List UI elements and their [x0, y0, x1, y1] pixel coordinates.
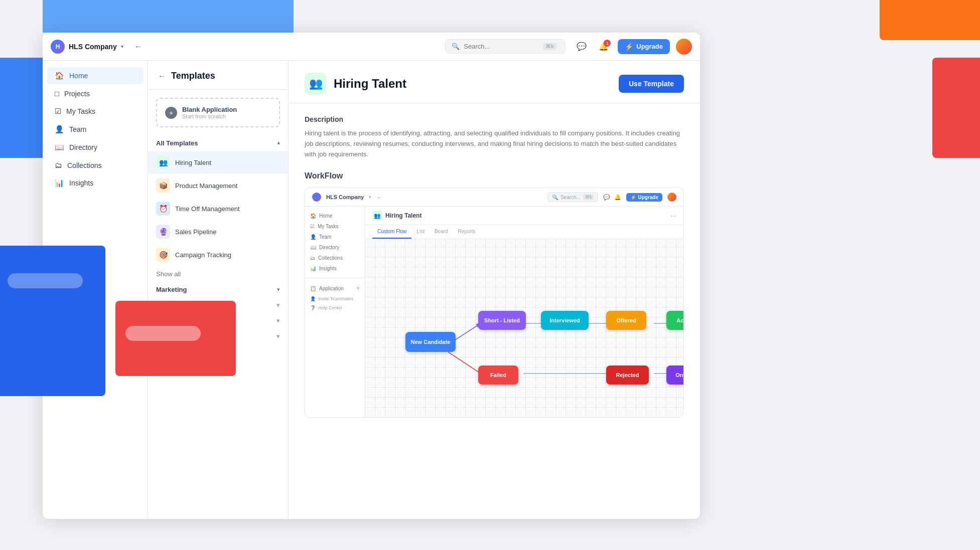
flow-node-short-listed[interactable]: Short - Listed: [478, 311, 526, 330]
node-label-rejected: Rejected: [616, 372, 639, 378]
detail-template-name: Hiring Talent: [334, 77, 406, 91]
company-brand[interactable]: H HLS Company ▾: [51, 40, 123, 54]
marketing-section-header[interactable]: Marketing ▾: [148, 282, 288, 297]
sidebar-label-my-tasks: My Tasks: [66, 107, 95, 115]
flow-node-onboarded[interactable]: Onboarded: [666, 365, 683, 385]
wf-app-icon: 📋: [310, 286, 316, 291]
wf-chat-icon: 💬: [603, 194, 610, 201]
blank-plus-icon: +: [165, 107, 177, 119]
notification-btn[interactable]: 🔔 1: [596, 39, 612, 55]
wf-tab-reports[interactable]: Reports: [453, 225, 481, 239]
template-label-product: Product Management: [175, 182, 237, 190]
wf-canvas: New Candidate Short - Listed Interviewed: [365, 239, 683, 417]
use-template-button[interactable]: Use Template: [619, 75, 684, 93]
template-label-hiring: Hiring Talent: [175, 159, 211, 166]
sidebar-item-collections[interactable]: 🗂 Collections: [47, 157, 144, 173]
wf-sidebar-insights[interactable]: 📊 Insights: [305, 263, 365, 274]
wf-upgrade-label: Upgrade: [638, 195, 658, 200]
sidebar-label-projects: Projects: [64, 90, 90, 98]
wf-invite-icon: 👤: [310, 296, 316, 301]
all-templates-section-header[interactable]: All Templates ▾: [148, 135, 288, 151]
wf-tab-list[interactable]: List: [411, 225, 430, 239]
wf-sidebar-insights-label: Insights: [319, 266, 336, 271]
flow-node-accepted[interactable]: Accepted: [666, 311, 683, 330]
sidebar-item-insights[interactable]: 📊 Insights: [47, 174, 144, 192]
wf-sidebar-collections[interactable]: 🗂 Collections: [305, 253, 365, 263]
sidebar-item-team[interactable]: 👤 Team: [47, 121, 144, 138]
upgrade-label: Upgrade: [636, 43, 663, 50]
wf-help-icon: ❓: [310, 305, 316, 310]
wf-header-row: 👥 Hiring Talent ···: [365, 207, 683, 225]
bg-decoration-orange-right: [880, 0, 980, 40]
template-item-campaign[interactable]: 🎯 Campaign Tracking: [148, 243, 288, 266]
sidebar-label-directory: Directory: [69, 143, 97, 151]
sidebar-label-collections: Collections: [67, 161, 101, 169]
detail-panel: 👥 Hiring Talent Use Template Description…: [289, 61, 700, 519]
templates-header: ← Templates: [148, 61, 288, 90]
search-icon: 🔍: [452, 43, 460, 50]
template-item-sales[interactable]: 🔮 Sales Pipeline: [148, 220, 288, 243]
chat-icon-btn[interactable]: 💬: [574, 39, 590, 55]
wf-logo: [312, 193, 321, 202]
wf-sidebar-application[interactable]: 📋 Application +: [305, 282, 365, 294]
wf-sidebar-directory[interactable]: 📖 Directory: [305, 242, 365, 253]
sidebar-item-directory[interactable]: 📖 Directory: [47, 139, 144, 156]
detail-template-icon: 👥: [305, 73, 327, 95]
campaign-tracking-icon: 🎯: [156, 248, 170, 262]
all-templates-chevron-icon: ▾: [277, 140, 280, 146]
template-item-product[interactable]: 📦 Product Management: [148, 174, 288, 197]
wf-app-title: 👥 Hiring Talent: [372, 211, 422, 221]
templates-panel: ← Templates + Blank Application Start fr…: [148, 61, 289, 519]
show-all-link[interactable]: Show all: [148, 266, 288, 282]
bg-overlay-blue: [0, 246, 105, 396]
detail-body: Description Hiring talent is the process…: [289, 103, 700, 519]
wf-sidebar-my-tasks[interactable]: ☑ My Tasks: [305, 221, 365, 232]
wf-search-shortcut: ⌘k: [583, 194, 594, 200]
blank-app-info: Blank Application Start from scratch: [182, 106, 237, 119]
upgrade-button[interactable]: ⚡ Upgrade: [618, 39, 670, 54]
wf-tab-custom-flow[interactable]: Custom Flow: [372, 225, 411, 239]
wf-sidebar-separator: [305, 278, 365, 278]
sidebar-item-projects[interactable]: □ Projects: [47, 85, 144, 102]
marketing-title: Marketing: [156, 286, 187, 293]
wf-insights-icon: 📊: [310, 266, 316, 271]
wf-tab-board[interactable]: Board: [430, 225, 453, 239]
wf-sidebar: 🏠 Home ☑ My Tasks 👤 Team: [305, 207, 365, 417]
app-window: H HLS Company ▾ ← 🔍 ⌘k 💬 🔔 1 ⚡ Upgrade: [43, 33, 700, 519]
projects-icon: □: [55, 89, 59, 98]
wf-topbar-icons: 💬 🔔: [603, 194, 621, 201]
wf-help-center[interactable]: ❓ Help Center: [305, 303, 365, 312]
templates-back-btn[interactable]: ←: [158, 72, 166, 81]
search-bar[interactable]: 🔍 ⌘k: [445, 39, 566, 54]
wf-invite-teammates[interactable]: 👤 Invite Teammates: [305, 294, 365, 303]
wf-sidebar-team-label: Team: [319, 234, 331, 240]
wf-more-options-btn[interactable]: ···: [670, 212, 676, 220]
wf-company-chevron-icon: ▾: [369, 195, 371, 200]
topbar: H HLS Company ▾ ← 🔍 ⌘k 💬 🔔 1 ⚡ Upgrade: [43, 33, 700, 61]
wf-sidebar-home[interactable]: 🏠 Home: [305, 211, 365, 221]
sidebar-item-my-tasks[interactable]: ☑ My Tasks: [47, 103, 144, 120]
search-input[interactable]: [464, 43, 539, 50]
sales-pipeline-icon: 🔮: [156, 225, 170, 239]
wf-back-btn[interactable]: ←: [376, 194, 383, 201]
user-avatar[interactable]: [676, 39, 692, 55]
workflow-preview: HLS Company ▾ ← 🔍 Search... ⌘k 💬 🔔: [305, 188, 684, 418]
template-item-timeoff[interactable]: ⏰ Time Off Management: [148, 197, 288, 220]
template-item-hiring[interactable]: 👥 Hiring Talent: [148, 151, 288, 174]
flow-node-interviewed[interactable]: Interviewed: [541, 311, 589, 330]
wf-sidebar-team[interactable]: 👤 Team: [305, 232, 365, 242]
flow-node-failed[interactable]: Failed: [478, 365, 518, 385]
upgrade-icon: ⚡: [625, 43, 633, 51]
bg-decoration-blue-top: [43, 0, 294, 33]
node-label-onboarded: Onboarded: [675, 372, 683, 378]
tasks-icon: ☑: [55, 107, 61, 116]
blank-app-card[interactable]: + Blank Application Start from scratch: [156, 98, 280, 127]
flow-node-new-candidate[interactable]: New Candidate: [405, 332, 456, 352]
wf-search-bar[interactable]: 🔍 Search... ⌘k: [547, 192, 599, 202]
flow-node-offered[interactable]: Offered: [606, 311, 646, 330]
wf-upgrade-btn[interactable]: ⚡ Upgrade: [626, 193, 662, 202]
home-icon: 🏠: [55, 71, 64, 80]
flow-node-rejected[interactable]: Rejected: [606, 365, 649, 385]
sidebar-item-home[interactable]: 🏠 Home: [47, 67, 144, 84]
back-arrow-btn[interactable]: ←: [131, 40, 146, 54]
